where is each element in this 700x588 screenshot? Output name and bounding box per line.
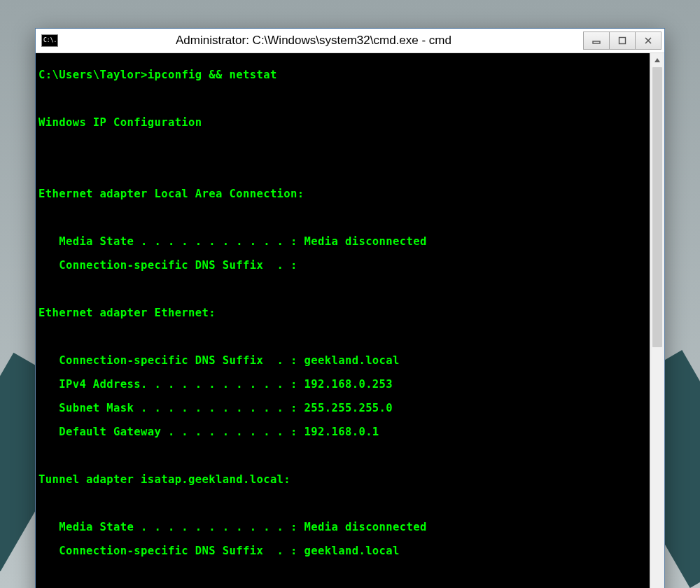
titlebar[interactable]: C:\. Administrator: C:\Windows\system32\… bbox=[36, 29, 664, 53]
media-state: Media State . . . . . . . . . . . : Medi… bbox=[38, 236, 650, 248]
subnet-mask: Subnet Mask . . . . . . . . . . . : 255.… bbox=[38, 402, 650, 414]
media-state: Media State . . . . . . . . . . . : Medi… bbox=[38, 522, 650, 533]
blank-line bbox=[38, 141, 650, 153]
dns-suffix: Connection-specific DNS Suffix . : geekl… bbox=[38, 545, 650, 557]
blank-line bbox=[38, 331, 650, 343]
vertical-scrollbar[interactable] bbox=[650, 53, 664, 588]
dns-suffix: Connection-specific DNS Suffix . : bbox=[38, 260, 650, 272]
adapter-header: Ethernet adapter Local Area Connection: bbox=[38, 188, 650, 200]
terminal-output[interactable]: C:\Users\Taylor>ipconfig && netstat Wind… bbox=[36, 53, 650, 588]
minimize-button[interactable] bbox=[583, 31, 610, 50]
default-gateway: Default Gateway . . . . . . . . . : 192.… bbox=[38, 426, 650, 438]
cmd-window: C:\. Administrator: C:\Windows\system32\… bbox=[35, 28, 665, 588]
adapter-header: Ethernet adapter Ethernet: bbox=[38, 307, 650, 319]
prompt-line: C:\Users\Taylor>ipconfig && netstat bbox=[38, 69, 650, 81]
cmd-icon-text: C:\. bbox=[43, 38, 57, 43]
svg-rect-0 bbox=[593, 41, 600, 43]
cmd-icon[interactable]: C:\. bbox=[41, 34, 58, 47]
scroll-track[interactable] bbox=[650, 67, 664, 588]
scroll-thumb[interactable] bbox=[652, 67, 662, 347]
dns-suffix: Connection-specific DNS Suffix . : geekl… bbox=[38, 355, 650, 367]
window-title: Administrator: C:\Windows\system32\cmd.e… bbox=[65, 34, 583, 48]
window-buttons bbox=[583, 31, 662, 50]
blank-line bbox=[38, 450, 650, 462]
blank-line bbox=[38, 569, 650, 581]
scroll-up-arrow-icon[interactable] bbox=[650, 53, 664, 67]
close-button[interactable] bbox=[635, 31, 662, 50]
command: ipconfig && netstat bbox=[148, 69, 277, 81]
ipv4-address: IPv4 Address. . . . . . . . . . . : 192.… bbox=[38, 379, 650, 391]
prompt: C:\Users\Taylor> bbox=[38, 69, 148, 81]
adapter-header: Tunnel adapter isatap.geekland.local: bbox=[38, 474, 650, 486]
blank-line bbox=[38, 284, 650, 295]
blank-line bbox=[38, 93, 650, 105]
ipconfig-heading: Windows IP Configuration bbox=[38, 117, 650, 129]
client-area: C:\Users\Taylor>ipconfig && netstat Wind… bbox=[36, 53, 664, 588]
blank-line bbox=[38, 164, 650, 176]
svg-rect-1 bbox=[620, 38, 626, 44]
blank-line bbox=[38, 498, 650, 510]
maximize-button[interactable] bbox=[609, 31, 636, 50]
blank-line bbox=[38, 212, 650, 224]
